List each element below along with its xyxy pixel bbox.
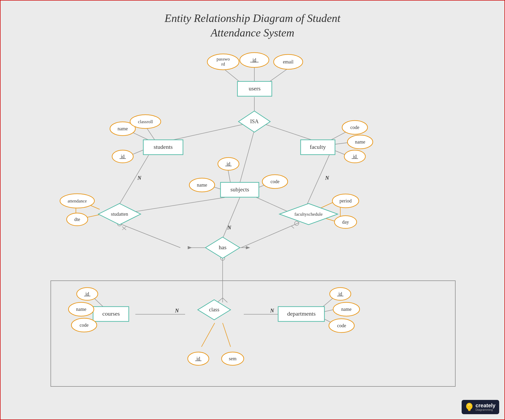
svg-line-13: [228, 169, 231, 183]
svg-text:id: id: [338, 291, 342, 297]
svg-text:has: has: [219, 244, 226, 251]
svg-rect-135: [468, 410, 470, 411]
svg-text:facultyschedule: facultyschedule: [295, 212, 323, 217]
svg-text:N: N: [227, 225, 232, 230]
creately-logo: creately Diagramming: [462, 400, 499, 414]
svg-text:id: id: [227, 161, 230, 167]
svg-line-36: [223, 298, 227, 302]
svg-text:passwo: passwo: [217, 57, 230, 62]
svg-line-29: [241, 223, 299, 248]
svg-text:id: id: [85, 291, 89, 297]
svg-text:departments: departments: [287, 310, 316, 317]
svg-text:name: name: [341, 307, 352, 312]
svg-text:users: users: [249, 85, 260, 92]
svg-text:name: name: [355, 139, 365, 145]
svg-text:N: N: [175, 308, 179, 313]
svg-text:ISA: ISA: [250, 118, 259, 124]
svg-text:id: id: [121, 154, 125, 159]
svg-text:class: class: [209, 307, 219, 312]
svg-line-34: [217, 298, 223, 302]
svg-rect-132: [51, 281, 455, 386]
svg-text:code: code: [350, 125, 359, 130]
svg-line-18: [133, 197, 225, 212]
svg-text:id: id: [196, 356, 200, 361]
svg-rect-134: [468, 409, 471, 410]
creately-text: creately Diagramming: [475, 403, 495, 411]
svg-text:courses: courses: [102, 310, 120, 317]
svg-point-133: [466, 403, 472, 410]
svg-text:period: period: [339, 198, 352, 204]
svg-text:code: code: [80, 322, 89, 328]
svg-line-24: [117, 223, 180, 248]
svg-line-47: [201, 323, 215, 347]
svg-line-6: [240, 130, 254, 183]
svg-text:subjects: subjects: [231, 186, 249, 193]
svg-line-19: [256, 197, 289, 212]
creately-sub-label: Diagramming: [475, 408, 493, 411]
svg-text:N: N: [137, 175, 142, 181]
svg-line-28: [223, 197, 240, 238]
svg-text:dte: dte: [74, 217, 80, 222]
creately-name-label: creately: [475, 403, 495, 408]
svg-text:N: N: [270, 308, 274, 313]
svg-text:email: email: [283, 59, 293, 64]
svg-point-30: [295, 221, 299, 225]
main-container: Entity Relationship Diagram of Student A…: [0, 0, 505, 420]
svg-line-31: [291, 226, 294, 228]
svg-text:code: code: [270, 179, 279, 184]
svg-text:students: students: [154, 144, 173, 150]
svg-line-5: [265, 124, 314, 141]
svg-text:code: code: [337, 323, 346, 328]
svg-text:rd: rd: [221, 62, 225, 67]
svg-text:sem: sem: [229, 356, 237, 361]
svg-text:id: id: [353, 154, 357, 159]
svg-line-1: [223, 68, 241, 83]
svg-text:name: name: [76, 307, 86, 312]
svg-line-8: [146, 127, 155, 141]
svg-text:attendance: attendance: [68, 199, 87, 204]
svg-text:name: name: [118, 126, 128, 131]
svg-text:day: day: [342, 219, 349, 225]
svg-text:classroll: classroll: [138, 119, 153, 124]
er-diagram: N N N N N users students faculty subject…: [1, 1, 505, 420]
svg-text:N: N: [325, 175, 329, 181]
svg-line-4: [170, 124, 244, 141]
svg-text:name: name: [197, 182, 207, 188]
svg-text:faculty: faculty: [310, 144, 326, 150]
svg-text:id: id: [252, 57, 256, 63]
svg-line-48: [223, 323, 231, 347]
bulb-icon: [465, 402, 473, 412]
svg-text:studatten: studatten: [111, 211, 128, 217]
svg-line-2: [268, 68, 289, 83]
